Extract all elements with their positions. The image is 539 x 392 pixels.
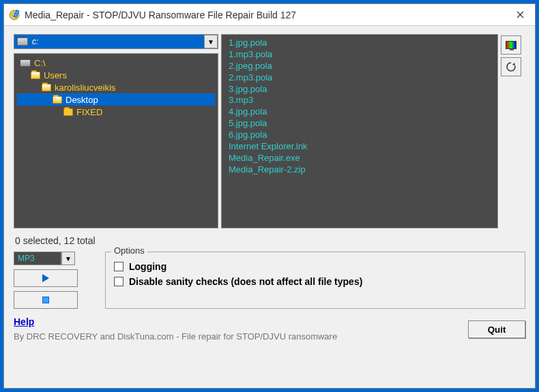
play-icon: [42, 274, 49, 282]
folder-tree[interactable]: C:\UserskarolisliucveikisDesktopFIXED: [14, 53, 218, 228]
file-item[interactable]: 6.jpg.pola: [229, 130, 491, 141]
tree-item-label: Users: [44, 70, 67, 80]
tree-item[interactable]: C:\: [17, 57, 215, 69]
top-area: c: ▼ C:\UserskarolisliucveikisDesktopFIX…: [14, 34, 525, 228]
left-controls: MP3 ▼: [14, 252, 96, 309]
drive-icon: [20, 59, 31, 67]
file-item[interactable]: Internet Explorer.lnk: [229, 141, 491, 153]
palette-button[interactable]: [501, 35, 521, 55]
app-icon: [8, 9, 20, 21]
drive-icon: [17, 37, 28, 46]
folder-icon: [53, 96, 62, 104]
file-item[interactable]: Media_Repair-2.zip: [229, 164, 491, 176]
tree-item[interactable]: Desktop: [17, 93, 215, 106]
filetype-select[interactable]: MP3 ▼: [14, 252, 75, 265]
tree-item[interactable]: FIXED: [17, 106, 215, 118]
tree-item-label: FIXED: [76, 107, 102, 117]
left-column: c: ▼ C:\UserskarolisliucveikisDesktopFIX…: [14, 34, 218, 228]
mid-column: 1.jpg.pola1.mp3.pola2.jpeg.pola2.mp3.pol…: [221, 34, 498, 228]
folder-icon: [31, 72, 40, 79]
file-item[interactable]: 1.jpg.pola: [229, 37, 491, 49]
options-group: Options Logging Disable sanity checks (d…: [105, 252, 525, 309]
selection-status: 0 selected, 12 total: [14, 228, 525, 249]
refresh-button[interactable]: [501, 57, 521, 76]
file-item[interactable]: 2.jpeg.pola: [229, 61, 491, 72]
bottom-area: MP3 ▼ Options Logging Disable sa: [14, 252, 525, 309]
monitor-icon: [506, 41, 516, 49]
footer-left: Help By DRC RECOVERY and DiskTuna.com - …: [14, 316, 461, 342]
tree-item[interactable]: karolisliucveikis: [17, 81, 215, 93]
content-area: c: ▼ C:\UserskarolisliucveikisDesktopFIX…: [4, 26, 535, 388]
folder-icon: [63, 108, 73, 116]
filetype-dropdown-button[interactable]: ▼: [61, 252, 75, 265]
folder-icon: [42, 84, 51, 91]
title-bar: Media_Repair - STOP/DJVU Ransomware File…: [4, 4, 535, 26]
drive-select[interactable]: c: ▼: [14, 34, 218, 49]
file-item[interactable]: Media_Repair.exe: [229, 153, 491, 164]
quit-button[interactable]: Quit: [468, 320, 525, 338]
app-window: Media_Repair - STOP/DJVU Ransomware File…: [3, 3, 536, 389]
file-list[interactable]: 1.jpg.pola1.mp3.pola2.jpeg.pola2.mp3.pol…: [221, 34, 498, 228]
file-item[interactable]: 5.jpg.pola: [229, 118, 491, 130]
file-item[interactable]: 3.mp3: [229, 95, 491, 106]
right-column: [501, 34, 525, 228]
sanity-checkbox[interactable]: [114, 277, 123, 286]
tree-item[interactable]: Users: [17, 69, 215, 81]
close-button[interactable]: [509, 7, 531, 23]
window-title: Media_Repair - STOP/DJVU Ransomware File…: [25, 10, 509, 20]
file-item[interactable]: 2.mp3.pola: [229, 72, 491, 84]
options-legend: Options: [111, 245, 147, 256]
logging-checkbox[interactable]: [114, 262, 123, 271]
file-item[interactable]: 3.jpg.pola: [229, 84, 491, 95]
sanity-label: Disable sanity checks (does not affect a…: [129, 276, 362, 287]
drive-dropdown-button[interactable]: ▼: [204, 35, 218, 48]
logging-checkbox-row[interactable]: Logging: [114, 259, 516, 274]
file-item[interactable]: 1.mp3.pola: [229, 49, 491, 61]
tree-item-label: C:\: [34, 58, 46, 68]
stop-button[interactable]: [14, 291, 78, 309]
help-link[interactable]: Help: [14, 316, 34, 327]
play-button[interactable]: [14, 269, 78, 287]
logging-label: Logging: [129, 261, 166, 272]
credits-text: By DRC RECOVERY and DiskTuna.com - File …: [14, 331, 337, 342]
stop-icon: [42, 297, 49, 303]
drive-label: c:: [32, 37, 204, 46]
filetype-value: MP3: [14, 252, 61, 265]
sanity-checkbox-row[interactable]: Disable sanity checks (does not affect a…: [114, 274, 516, 289]
tree-item-label: Desktop: [65, 95, 98, 105]
file-item[interactable]: 4.jpg.pola: [229, 106, 491, 118]
footer: Help By DRC RECOVERY and DiskTuna.com - …: [14, 316, 525, 342]
tree-item-label: karolisliucveikis: [55, 82, 116, 93]
